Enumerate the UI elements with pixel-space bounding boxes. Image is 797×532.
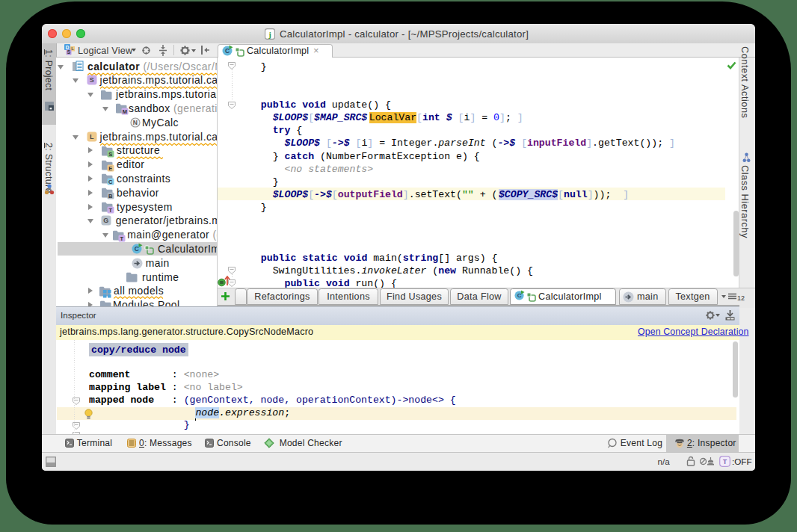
svg-text:C: C: [135, 246, 140, 253]
svg-text:G: G: [103, 217, 108, 225]
svg-text:j: j: [268, 31, 271, 39]
svg-text:C: C: [108, 179, 113, 185]
svg-text:S: S: [108, 150, 112, 157]
svg-text:L: L: [71, 46, 74, 51]
svg-text:L: L: [90, 133, 94, 140]
svg-text:T: T: [723, 458, 727, 466]
svg-text:N: N: [133, 119, 138, 126]
svg-text:M: M: [123, 108, 128, 115]
svg-text:S: S: [89, 77, 93, 84]
svg-text:T: T: [108, 207, 112, 214]
svg-text:T: T: [120, 235, 123, 241]
svg-text:C: C: [517, 292, 522, 299]
svg-text:C: C: [225, 47, 230, 55]
svg-text:S: S: [67, 49, 71, 55]
svg-text:B: B: [108, 193, 113, 200]
svg-text:E: E: [108, 164, 112, 171]
